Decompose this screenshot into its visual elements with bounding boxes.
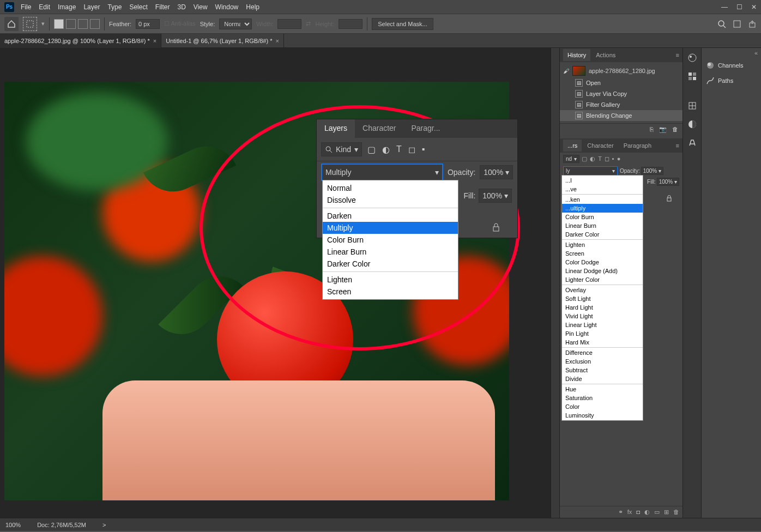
history-item-blendingchange[interactable]: ▤ Blending Change <box>560 110 683 121</box>
swatches-icon[interactable] <box>686 70 699 83</box>
frame-icon[interactable] <box>733 20 741 28</box>
blend-option[interactable]: Subtract <box>562 366 643 374</box>
blend-option[interactable]: Divide <box>562 374 643 383</box>
add-selection-icon[interactable] <box>66 19 76 29</box>
tab-layers[interactable]: Layers <box>317 119 355 138</box>
doc-tab-2[interactable]: Untitled-1 @ 66,7% (Layer 1, RGB/8#) * × <box>161 34 284 48</box>
blend-mode-select-small[interactable]: ly▾ ...l ...ve ...ken ...ultiply Color B… <box>563 166 618 176</box>
color-icon[interactable] <box>686 51 699 64</box>
blend-option[interactable]: Lighter Color <box>562 275 643 284</box>
blend-option[interactable]: Color Burn <box>562 213 643 221</box>
history-item-filtergallery[interactable]: ▤ Filter Gallery <box>560 99 683 110</box>
canvas-area[interactable]: Layers Character Paragr... Kind ▾ ▢ ◐ T … <box>0 48 551 518</box>
blend-option[interactable]: ...l <box>562 176 643 185</box>
menu-help[interactable]: Help <box>246 3 259 11</box>
folder-icon[interactable]: ▭ <box>654 509 660 516</box>
tab-layers-small[interactable]: ...rs <box>563 140 582 152</box>
fx-icon[interactable]: fx <box>627 509 632 516</box>
adjustments-icon[interactable] <box>686 99 699 112</box>
opacity-value-small[interactable]: 100% ▾ <box>641 167 663 175</box>
trash-icon[interactable]: 🗑 <box>673 509 679 516</box>
close-tab-icon[interactable]: × <box>153 38 156 44</box>
link-icon[interactable]: ⚭ <box>618 509 623 516</box>
blend-option[interactable]: Darker Color <box>562 230 643 239</box>
opacity-value[interactable]: 100% ▾ <box>480 165 513 179</box>
blend-option[interactable]: Color Dodge <box>562 258 643 267</box>
blend-option-dissolve[interactable]: Dissolve <box>323 194 458 206</box>
menu-file[interactable]: File <box>21 3 31 11</box>
blend-option-darkercolor[interactable]: Darker Color <box>323 258 458 270</box>
vertical-scrollbar[interactable] <box>551 48 559 518</box>
tab-history[interactable]: History <box>563 49 590 61</box>
blend-option[interactable]: Linear Light <box>562 321 643 329</box>
tab-actions[interactable]: Actions <box>591 49 620 61</box>
intersect-selection-icon[interactable] <box>90 19 100 29</box>
trash-icon[interactable]: 🗑 <box>672 126 678 133</box>
close-icon[interactable]: ✕ <box>751 3 757 11</box>
share-icon[interactable] <box>748 20 757 28</box>
blend-option-screen[interactable]: Screen <box>323 286 458 298</box>
menu-3d[interactable]: 3D <box>177 3 185 11</box>
styles-icon[interactable] <box>686 118 699 131</box>
pixel-filter-icon[interactable]: ▢ <box>367 144 376 155</box>
pixel-filter-icon[interactable]: ▢ <box>582 155 587 162</box>
marquee-tool-icon[interactable] <box>23 17 37 31</box>
blend-option[interactable]: Lighten <box>562 240 643 249</box>
adjustment-filter-icon[interactable]: ◐ <box>590 155 595 162</box>
blend-option-linearburn[interactable]: Linear Burn <box>323 246 458 258</box>
menu-image[interactable]: Image <box>58 3 76 11</box>
chevron-right-icon[interactable]: > <box>102 522 106 528</box>
blend-option-normal[interactable]: Normal <box>323 182 458 194</box>
blend-option[interactable]: ...ve <box>562 185 643 194</box>
doc-tab-1[interactable]: apple-2788662_1280.jpg @ 100% (Layer 1, … <box>0 34 161 48</box>
blend-option[interactable]: Vivid Light <box>562 312 643 321</box>
menu-view[interactable]: View <box>194 3 208 11</box>
blend-option-multiply[interactable]: Multiply <box>323 222 458 234</box>
tab-character[interactable]: Character <box>355 119 403 138</box>
shape-filter-icon[interactable]: ◻ <box>605 155 609 162</box>
menu-layer[interactable]: Layer <box>83 3 100 11</box>
filter-kind-select[interactable]: Kind ▾ <box>321 142 362 156</box>
new-layer-icon[interactable]: ⊞ <box>664 509 669 516</box>
blend-option[interactable]: Soft Light <box>562 294 643 303</box>
blend-option[interactable]: Difference <box>562 348 643 357</box>
blend-option-darken[interactable]: Darken <box>323 210 458 222</box>
menu-select[interactable]: Select <box>129 3 147 11</box>
blend-option[interactable]: Luminosity <box>562 411 643 420</box>
adjustment-filter-icon[interactable]: ◐ <box>382 144 390 155</box>
new-doc-icon[interactable]: ⎘ <box>650 126 654 133</box>
style-select[interactable]: Normal <box>219 19 252 29</box>
blend-option[interactable]: Linear Dodge (Add) <box>562 267 643 275</box>
blend-option[interactable]: Saturation <box>562 394 643 402</box>
history-doc[interactable]: 🖌 apple-2788662_1280.jpg <box>560 64 683 77</box>
fill-value-small[interactable]: 100% ▾ <box>657 178 679 186</box>
blend-option[interactable]: Exclusion <box>562 357 643 366</box>
blend-option-lighten[interactable]: Lighten <box>323 274 458 286</box>
blend-option[interactable]: Hue <box>562 385 643 394</box>
blend-option-colorburn[interactable]: Color Burn <box>323 234 458 246</box>
new-selection-icon[interactable] <box>54 19 64 29</box>
camera-icon[interactable]: 📷 <box>659 126 667 133</box>
select-and-mask-button[interactable]: Select and Mask... <box>372 18 433 30</box>
blend-option[interactable]: Overlay <box>562 286 643 294</box>
tab-character-small[interactable]: Character <box>583 140 618 152</box>
chevron-down-icon[interactable]: ▾ <box>41 20 45 27</box>
blend-option[interactable]: Hard Mix <box>562 338 643 347</box>
feather-input[interactable] <box>136 19 160 29</box>
smart-filter-icon[interactable]: ▪ <box>612 155 614 162</box>
home-button[interactable] <box>4 17 19 31</box>
blend-mode-select[interactable]: Multiply ▾ Normal Dissolve Darken Multip… <box>321 164 443 181</box>
menu-type[interactable]: Type <box>107 3 122 11</box>
glyphs-icon[interactable] <box>686 136 699 149</box>
blend-option[interactable]: ...ultiply <box>562 204 643 213</box>
blend-option[interactable]: Color <box>562 402 643 411</box>
toggle-icon[interactable]: ● <box>617 155 621 162</box>
paths-panel-button[interactable]: Paths <box>702 73 761 88</box>
menu-edit[interactable]: Edit <box>39 3 50 11</box>
zoom-level[interactable]: 100% <box>5 522 21 528</box>
mask-icon[interactable]: ◘ <box>636 509 640 516</box>
shape-filter-icon[interactable]: ◻ <box>408 144 415 155</box>
kind-select-small[interactable]: nd ▾ <box>563 155 579 163</box>
type-filter-icon[interactable]: T <box>598 155 602 162</box>
fill-value[interactable]: 100% ▾ <box>479 189 512 203</box>
